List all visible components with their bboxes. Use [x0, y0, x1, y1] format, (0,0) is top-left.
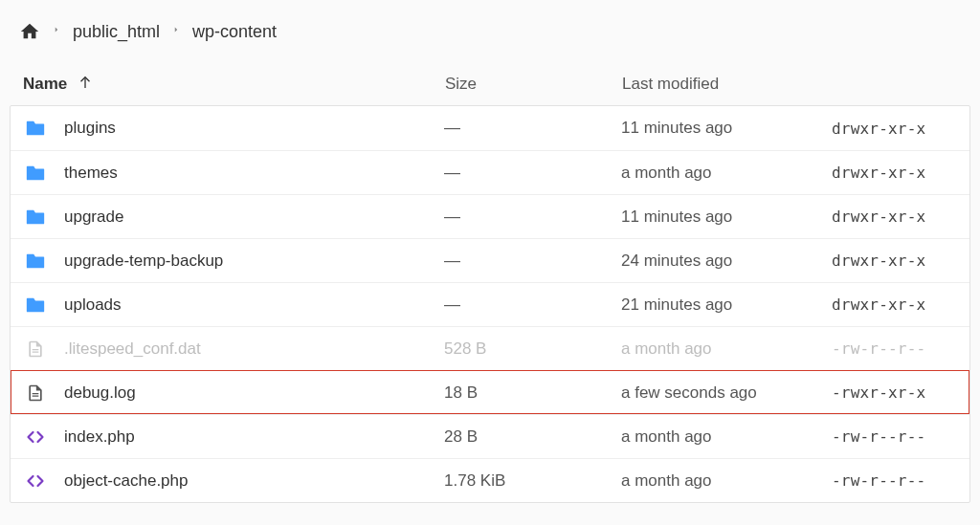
file-name: upgrade: [64, 208, 123, 227]
cell-permissions: drwxr-xr-x: [832, 120, 956, 138]
cell-size: —: [444, 208, 621, 227]
cell-permissions: drwxr-xr-x: [832, 208, 956, 226]
file-row[interactable]: debug.log18 Ba few seconds ago-rwxr-xr-x: [11, 370, 969, 414]
file-icon: [24, 338, 47, 361]
cell-modified: 24 minutes ago: [621, 252, 832, 271]
cell-modified: a month ago: [621, 164, 832, 183]
breadcrumb-segment[interactable]: public_html: [73, 22, 160, 42]
file-name: debug.log: [64, 383, 136, 403]
folder-icon: [24, 250, 47, 273]
cell-permissions: drwxr-xr-x: [832, 252, 956, 270]
folder-icon: [24, 117, 47, 140]
column-header-name[interactable]: Name: [23, 74, 445, 96]
file-name: object-cache.php: [64, 471, 188, 491]
cell-name: themes: [24, 162, 444, 185]
breadcrumb-segment[interactable]: wp-content: [192, 22, 277, 42]
file-row[interactable]: upgrade—11 minutes agodrwxr-xr-x: [11, 194, 969, 238]
file-row[interactable]: uploads—21 minutes agodrwxr-xr-x: [11, 282, 969, 326]
folder-icon: [24, 162, 47, 185]
column-header-modified[interactable]: Last modified: [622, 75, 833, 94]
file-name: index.php: [64, 427, 135, 447]
cell-name: upgrade-temp-backup: [24, 250, 444, 273]
file-row[interactable]: .litespeed_conf.dat528 Ba month ago-rw-r…: [11, 326, 969, 370]
home-icon[interactable]: [19, 21, 40, 42]
table-header: Name Size Last modified: [10, 63, 970, 105]
cell-modified: a month ago: [621, 427, 832, 447]
file-name: .litespeed_conf.dat: [64, 339, 201, 359]
cell-permissions: drwxr-xr-x: [832, 295, 956, 314]
arrow-up-icon: [77, 74, 94, 96]
cell-permissions: -rwxr-xr-x: [832, 383, 956, 402]
cell-modified: a month ago: [621, 471, 832, 491]
cell-permissions: -rw-r--r--: [832, 339, 956, 358]
cell-name: index.php: [24, 426, 444, 448]
file-row[interactable]: plugins—11 minutes agodrwxr-xr-x: [11, 106, 969, 150]
code-icon: [24, 426, 47, 448]
chevron-right-icon: [52, 22, 61, 42]
column-label: Name: [23, 75, 67, 94]
file-row[interactable]: index.php28 Ba month ago-rw-r--r--: [11, 414, 969, 458]
file-row[interactable]: themes—a month agodrwxr-xr-x: [11, 150, 969, 194]
cell-modified: 21 minutes ago: [621, 295, 832, 315]
cell-name: plugins: [24, 117, 444, 140]
cell-name: .litespeed_conf.dat: [24, 338, 444, 361]
cell-modified: 11 minutes ago: [621, 119, 832, 138]
cell-permissions: drwxr-xr-x: [832, 164, 956, 182]
file-icon: [24, 382, 47, 405]
cell-size: —: [444, 252, 621, 271]
cell-modified: 11 minutes ago: [621, 208, 832, 227]
cell-permissions: -rw-r--r--: [832, 427, 956, 446]
cell-permissions: -rw-r--r--: [832, 471, 956, 490]
file-row[interactable]: object-cache.php1.78 KiBa month ago-rw-r…: [11, 458, 969, 502]
file-row[interactable]: upgrade-temp-backup—24 minutes agodrwxr-…: [11, 238, 969, 282]
cell-modified: a month ago: [621, 339, 832, 359]
folder-icon: [24, 294, 47, 317]
file-name: plugins: [64, 119, 116, 138]
folder-icon: [24, 206, 47, 229]
chevron-right-icon: [171, 22, 181, 42]
breadcrumb: public_html wp-content: [10, 15, 970, 63]
cell-name: object-cache.php: [24, 470, 444, 492]
column-header-size[interactable]: Size: [445, 75, 622, 94]
cell-size: 28 B: [444, 427, 621, 447]
code-icon: [24, 470, 47, 492]
cell-size: —: [444, 295, 621, 315]
cell-name: upgrade: [24, 206, 444, 229]
cell-name: uploads: [24, 294, 444, 317]
file-list: plugins—11 minutes agodrwxr-xr-xthemes—a…: [10, 105, 970, 503]
cell-size: 1.78 KiB: [444, 471, 621, 491]
cell-size: 18 B: [444, 383, 621, 403]
file-name: uploads: [64, 295, 122, 315]
file-name: themes: [64, 164, 118, 183]
cell-size: —: [444, 119, 621, 138]
cell-modified: a few seconds ago: [621, 383, 832, 403]
file-name: upgrade-temp-backup: [64, 252, 223, 271]
cell-name: debug.log: [24, 382, 444, 405]
cell-size: —: [444, 164, 621, 183]
cell-size: 528 B: [444, 339, 621, 359]
